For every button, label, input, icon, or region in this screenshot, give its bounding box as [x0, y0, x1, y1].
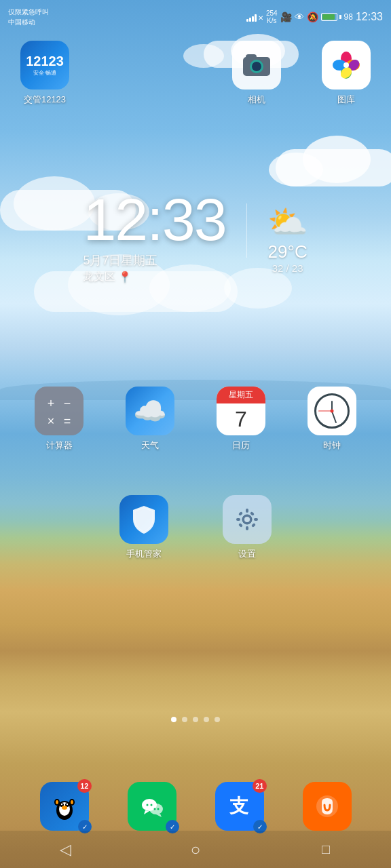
app-icon-wrapper-calendar[interactable]: 星期五 7 日历 [217, 387, 265, 452]
battery-tip [339, 15, 341, 19]
alipay-wrapper: 支 21 ✓ [215, 782, 264, 831]
svg-marker-29 [144, 810, 149, 814]
home-button[interactable]: ○ [182, 836, 209, 863]
app-icon-wrapper-gallery[interactable]: 图库 [322, 41, 371, 106]
dock: 12 ✓ ✓ [0, 782, 391, 831]
weather-app-cloud-icon: ☁️ [133, 395, 167, 427]
navigation-bar: ◁ ○ □ [0, 831, 391, 868]
gallery-app-icon[interactable] [322, 41, 371, 90]
weather-app-icon[interactable]: ☁️ [126, 387, 174, 435]
calc-minus: − [64, 397, 71, 410]
svg-point-27 [71, 800, 73, 804]
page-dot-5[interactable] [215, 717, 220, 722]
svg-rect-13 [238, 511, 243, 516]
home-icon: ○ [191, 840, 201, 859]
location-pin-icon: 📍 [118, 271, 132, 283]
carrier-text: 中国移动 [8, 18, 49, 27]
calendar-weekday: 星期五 [217, 387, 265, 403]
svg-rect-16 [238, 523, 243, 528]
status-right: ✕ 254 K/s 🎥 👁 🔕 98 12:33 [246, 9, 383, 24]
app-icon-wrapper-camera[interactable]: 相机 [232, 41, 281, 106]
clock-date-display: 5月7日星期五 [83, 252, 157, 269]
clock-app-label: 时钟 [323, 439, 341, 452]
data-speed: 254 K/s [266, 9, 278, 24]
weather-widget: ⛅ 29°C 32 / 23 [267, 190, 308, 274]
clock-divider [246, 203, 247, 258]
settings-app-icon[interactable] [223, 495, 272, 544]
app-icon-wrapper-weather[interactable]: ☁️ 天气 [126, 387, 174, 452]
svg-point-33 [150, 804, 152, 806]
wechat-wrapper: ✓ [128, 782, 176, 831]
qq-wrapper: 12 ✓ [40, 782, 89, 831]
svg-point-21 [60, 804, 62, 805]
app-icon-wrapper-manager[interactable]: 手机管家 [119, 495, 168, 560]
battery-icon [321, 13, 341, 21]
video-icon: 🎥 [280, 12, 292, 22]
back-button[interactable]: ◁ [52, 836, 79, 863]
svg-rect-12 [254, 518, 258, 521]
signal-bar-3 [252, 16, 254, 22]
svg-rect-10 [246, 526, 248, 530]
camera-inner [243, 54, 270, 76]
uc-browser-logo-icon [312, 791, 342, 821]
bottom-middle-apps-row: 手机管家 设置 [0, 495, 391, 560]
time-display: 12:33 [356, 11, 383, 23]
signal-bar-1 [246, 19, 248, 22]
app-icon-wrapper-clock[interactable]: 时钟 [308, 387, 356, 452]
camera-label: 相机 [248, 94, 265, 106]
dock-item-alipay[interactable]: 支 21 ✓ [215, 782, 264, 831]
settings-label: 设置 [238, 548, 256, 560]
dock-item-qq[interactable]: 12 ✓ [40, 782, 89, 831]
svg-text:支: 支 [229, 795, 249, 816]
svg-rect-11 [236, 518, 240, 521]
dock-item-wechat[interactable]: ✓ [128, 782, 176, 831]
svg-point-26 [56, 800, 58, 804]
top-apps-row: 相机 图库 [0, 41, 391, 106]
weather-cloud-icon: ⛅ [267, 203, 308, 241]
camera-app-icon[interactable] [232, 41, 281, 90]
recent-apps-button[interactable]: □ [312, 836, 339, 863]
svg-point-32 [146, 804, 148, 806]
dock-item-uc[interactable] [303, 782, 352, 831]
page-dot-4[interactable] [204, 717, 209, 722]
gallery-pinwheel-icon [331, 50, 361, 80]
camera-body [243, 57, 270, 76]
clock-center [331, 410, 334, 413]
recent-apps-icon: □ [322, 842, 330, 857]
status-left: 仅限紧急呼叫 中国移动 [8, 7, 49, 27]
battery-fill [322, 14, 335, 20]
svg-rect-9 [246, 509, 248, 513]
clock-left: 12:33 5月7日星期五 龙文区 📍 [83, 190, 225, 284]
page-dot-2[interactable] [182, 717, 187, 722]
middle-apps-row: + − × = 计算器 ☁️ 天气 星期五 7 日历 时钟 [0, 387, 391, 452]
page-dot-1[interactable] [171, 717, 176, 722]
signal-bar-4 [255, 14, 257, 22]
calendar-label: 日历 [232, 439, 250, 452]
alipay-logo-icon: 支 [225, 792, 254, 821]
calc-multiply: × [48, 415, 55, 427]
svg-point-22 [66, 804, 67, 805]
page-dot-3[interactable] [193, 717, 198, 722]
app-icon-wrapper-settings[interactable]: 设置 [223, 495, 272, 560]
status-bar: 仅限紧急呼叫 中国移动 ✕ 254 K/s 🎥 👁 🔕 98 12:33 [0, 0, 391, 34]
wechat-bubble-icon [137, 791, 167, 821]
back-icon: ◁ [60, 841, 71, 859]
app-icon-wrapper-calculator[interactable]: + − × = 计算器 [35, 387, 83, 452]
svg-point-6 [343, 62, 349, 68]
qq-penguin-icon [50, 791, 79, 821]
bell-off-icon: 🔕 [307, 12, 318, 22]
eye-icon: 👁 [295, 12, 304, 22]
calc-plus: + [48, 397, 55, 410]
svg-point-35 [157, 808, 159, 810]
uc-app-icon[interactable] [303, 782, 352, 831]
weather-app-label: 天气 [141, 439, 159, 452]
svg-rect-14 [251, 523, 256, 528]
weather-temperature: 29°C [268, 241, 308, 262]
phone-manager-app-icon[interactable] [119, 495, 168, 544]
camera-lens [250, 60, 263, 73]
battery-percent: 98 [344, 12, 353, 22]
clock-app-icon[interactable] [308, 387, 356, 435]
calendar-app-icon[interactable]: 星期五 7 [217, 387, 265, 435]
calculator-app-icon[interactable]: + − × = [35, 387, 83, 435]
signal-bars: ✕ [246, 12, 263, 22]
